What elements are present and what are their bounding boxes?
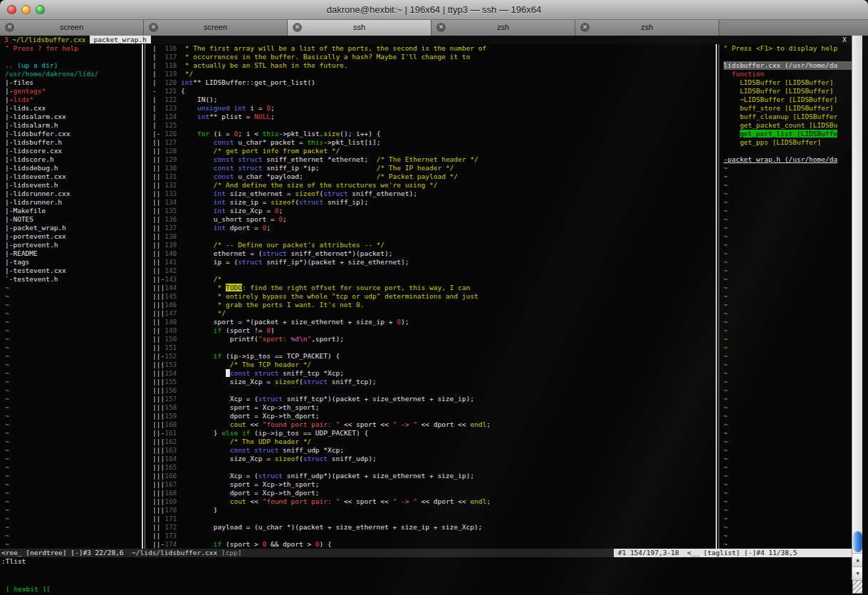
vim-tab-packet-wrap[interactable]: packet_wrap.h bbox=[90, 36, 151, 43]
fold-column[interactable]: ||| bbox=[152, 301, 164, 309]
scrollbar-track[interactable]: ▲ ▼ bbox=[852, 36, 862, 580]
tag-item[interactable]: LIDSBuffer [LIDSBuffer] bbox=[723, 87, 852, 95]
tag-item[interactable]: get_packet_count [LIDSBu bbox=[723, 121, 852, 130]
fold-column[interactable]: ||| bbox=[152, 480, 164, 488]
fold-column[interactable]: ||| bbox=[152, 420, 164, 428]
fold-column[interactable]: || bbox=[152, 514, 164, 522]
fold-column[interactable]: || bbox=[152, 198, 164, 206]
tree-item[interactable]: |-tags bbox=[5, 258, 142, 267]
tag-item[interactable]: ~LIDSBuffer [LIDSBuffer] bbox=[723, 95, 852, 104]
fold-column[interactable]: || bbox=[152, 232, 164, 240]
fold-column[interactable]: || bbox=[152, 523, 164, 531]
fold-column[interactable]: - bbox=[152, 87, 164, 95]
tree-item[interactable]: |-lidsbuffer.h bbox=[5, 138, 142, 147]
fold-column[interactable]: | bbox=[152, 61, 164, 69]
fold-column[interactable]: ||| bbox=[152, 463, 164, 471]
tag-item[interactable] bbox=[723, 53, 852, 61]
tag-item[interactable]: get_pps [LIDSBuffer] bbox=[723, 138, 852, 147]
fold-column[interactable]: ||| bbox=[152, 395, 164, 403]
fold-column[interactable]: ||| bbox=[152, 455, 164, 462]
tree-item[interactable] bbox=[5, 53, 142, 61]
vim-command-line[interactable]: :Tlist bbox=[1, 557, 26, 566]
fold-column[interactable]: | bbox=[152, 121, 164, 129]
terminal-tab-screen[interactable]: ✕screen bbox=[144, 20, 288, 36]
tree-item[interactable]: |-lidsdebug.h bbox=[5, 164, 142, 172]
fold-column[interactable]: || bbox=[152, 343, 164, 351]
tree-item[interactable]: |-files bbox=[5, 78, 142, 87]
tag-item[interactable]: -packet_wrap.h (/usr/home/da bbox=[723, 155, 852, 164]
fold-column[interactable]: ||| bbox=[152, 412, 164, 420]
fold-column[interactable]: ||| bbox=[152, 446, 164, 454]
fold-column[interactable]: || bbox=[152, 147, 164, 155]
tree-item[interactable]: |-lidsevent.cxx bbox=[5, 172, 142, 181]
fold-column[interactable]: ||| bbox=[152, 309, 164, 317]
terminal-tab-ssh[interactable]: ✕ssh bbox=[288, 20, 432, 36]
tag-item[interactable]: buff_store [LIDSBuffer] bbox=[723, 104, 852, 113]
nerdtree-pane[interactable]: " Press ? for help.. (up a dir)/usr/home… bbox=[0, 44, 142, 549]
terminal-tab-zsh[interactable]: ✕zsh bbox=[432, 20, 575, 36]
fold-column[interactable]: ||| bbox=[152, 378, 164, 386]
tree-item[interactable]: |-lids* bbox=[5, 95, 142, 104]
fold-column[interactable]: || bbox=[152, 164, 164, 172]
fold-column[interactable]: || bbox=[152, 181, 164, 189]
fold-column[interactable]: | bbox=[152, 113, 164, 120]
fold-column[interactable]: ||- bbox=[152, 429, 164, 437]
tree-item[interactable]: |-lidsbuffer.cxx bbox=[5, 130, 142, 138]
fold-column[interactable]: || bbox=[152, 241, 164, 249]
tag-item[interactable]: buff_cleanup [LIDSBuffer bbox=[723, 113, 852, 121]
code-editor-pane[interactable]: | 116 * The first array will be a list o… bbox=[147, 44, 716, 549]
tree-item[interactable]: " Press ? for help bbox=[5, 44, 142, 53]
tree-item[interactable]: |-Makefile bbox=[5, 207, 142, 215]
fold-column[interactable]: ||- bbox=[152, 540, 164, 548]
titlebar[interactable]: dakrone@hexbit:~ | 196x64 | ttyp3 — ssh … bbox=[0, 0, 868, 20]
fold-column[interactable]: || bbox=[152, 155, 164, 163]
tree-item[interactable]: |-README bbox=[5, 249, 142, 258]
scroll-up-arrow-icon[interactable]: ▲ bbox=[852, 553, 863, 566]
fold-column[interactable]: ||| bbox=[152, 506, 164, 514]
tree-item[interactable]: |-packet_wrap.h bbox=[5, 224, 142, 232]
tag-item[interactable]: function bbox=[723, 70, 852, 78]
fold-column[interactable]: || bbox=[152, 215, 164, 223]
tree-item[interactable]: `-testevent.h bbox=[5, 275, 142, 284]
fold-column[interactable]: ||| bbox=[152, 438, 164, 445]
tag-item[interactable]: lidsbuffer.cxx (/usr/home/da bbox=[723, 61, 852, 70]
tree-item[interactable]: |-lidsrunner.cxx bbox=[5, 190, 142, 198]
terminal-tab-zsh[interactable]: ✕zsh bbox=[575, 20, 719, 36]
scroll-down-arrow-icon[interactable]: ▼ bbox=[852, 566, 863, 580]
tag-item[interactable]: LIDSBuffer [LIDSBuffer] bbox=[723, 78, 852, 87]
fold-column[interactable]: || bbox=[152, 318, 164, 326]
fold-column[interactable]: || bbox=[152, 190, 164, 197]
tag-item[interactable]: get_port_list [LIDSBuffe bbox=[723, 130, 852, 138]
terminal-tab-screen[interactable]: ✕screen bbox=[0, 20, 144, 36]
fold-column[interactable]: || bbox=[152, 138, 164, 146]
fold-column[interactable]: ||| bbox=[152, 472, 164, 480]
fold-column[interactable]: ||| bbox=[152, 369, 164, 377]
fold-column[interactable]: ||| bbox=[152, 497, 164, 505]
fold-column[interactable]: || bbox=[152, 224, 164, 232]
tree-item[interactable]: |-portevent.cxx bbox=[5, 232, 142, 241]
fold-column[interactable]: || bbox=[152, 532, 164, 539]
fold-column[interactable]: | bbox=[152, 53, 164, 61]
fold-column[interactable]: ||| bbox=[152, 489, 164, 497]
window-separator[interactable] bbox=[716, 44, 721, 549]
tree-item[interactable]: |-gentags* bbox=[5, 87, 142, 95]
fold-column[interactable]: | bbox=[152, 95, 164, 103]
fold-column[interactable]: ||| bbox=[152, 292, 164, 300]
fold-column[interactable]: ||| bbox=[152, 386, 164, 394]
tree-item[interactable]: |-NOTES bbox=[5, 215, 142, 224]
scrollbar-thumb[interactable] bbox=[853, 531, 862, 552]
fold-column[interactable]: | bbox=[152, 104, 164, 112]
fold-column[interactable]: || bbox=[152, 249, 164, 257]
tree-item[interactable]: .. (up a dir) bbox=[5, 61, 142, 70]
fold-column[interactable]: |- bbox=[152, 130, 164, 138]
fold-column[interactable]: || bbox=[152, 258, 164, 266]
tree-item[interactable]: |-lidsalarm.h bbox=[5, 121, 142, 130]
tree-item[interactable]: |-lidscore.h bbox=[5, 155, 142, 164]
tree-item[interactable]: |-lids.cxx bbox=[5, 104, 142, 113]
tree-item[interactable]: |-lidsevent.h bbox=[5, 181, 142, 190]
vim-tab-close-icon[interactable]: X bbox=[842, 36, 847, 44]
fold-column[interactable]: | bbox=[152, 70, 164, 78]
tree-item[interactable]: |-testevent.cxx bbox=[5, 267, 142, 275]
tree-item[interactable]: |-portevent.h bbox=[5, 241, 142, 249]
fold-column[interactable]: || bbox=[152, 326, 164, 334]
